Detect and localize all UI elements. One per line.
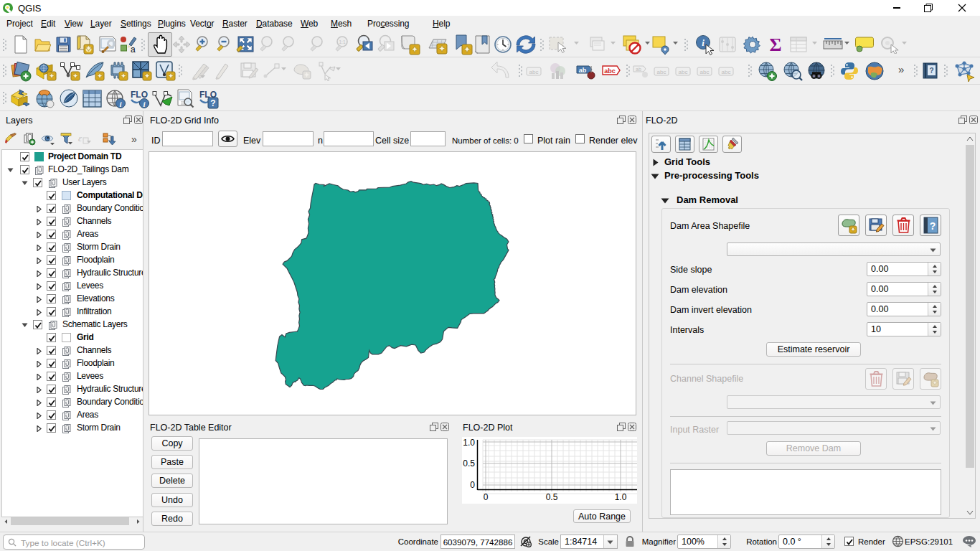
svg-text:abc: abc	[604, 67, 616, 75]
svg-text:?: ?	[929, 67, 933, 75]
svg-text:0.5: 0.5	[463, 458, 475, 468]
svg-text:Σ: Σ	[770, 35, 782, 54]
svg-text:1:1: 1:1	[339, 39, 345, 44]
svg-text:ab: ab	[636, 67, 641, 72]
svg-text:?: ?	[930, 220, 936, 232]
svg-text:1.0: 1.0	[615, 492, 627, 502]
svg-text:ε: ε	[78, 133, 83, 143]
svg-text:0.5: 0.5	[546, 492, 558, 502]
svg-text:?: ?	[210, 98, 215, 108]
svg-text:ab: ab	[579, 67, 587, 74]
svg-text:1.0: 1.0	[463, 438, 475, 448]
svg-text:i: i	[702, 37, 705, 48]
svg-text:a: a	[131, 44, 136, 54]
svg-text:0: 0	[484, 492, 489, 502]
svg-text:0: 0	[470, 480, 475, 490]
svg-text:FLO: FLO	[131, 90, 148, 100]
